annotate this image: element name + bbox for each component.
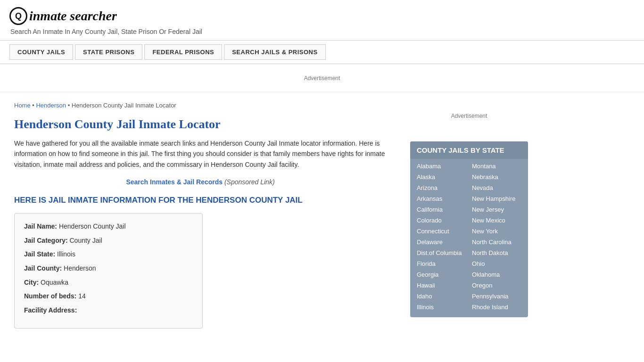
nav-bar: COUNTY JAILS STATE PRISONS FEDERAL PRISO… — [0, 40, 644, 64]
state-link[interactable]: New York — [469, 226, 524, 237]
jail-state-row: Jail State: Illinois — [24, 250, 193, 259]
nav-search-jails[interactable]: SEARCH JAILS & PRISONS — [224, 44, 325, 60]
logo-area: Q inmate searcher — [9, 7, 635, 25]
jail-city-row: City: Oquawka — [24, 278, 193, 288]
state-link[interactable]: New Hampshire — [469, 193, 524, 204]
nav-county-jails[interactable]: COUNTY JAILS — [9, 44, 73, 60]
jail-county-value: Henderson — [64, 264, 96, 272]
jail-state-label: Jail State: — [24, 250, 55, 258]
sidebar-ad-label: Advertisement — [451, 113, 487, 119]
jail-beds-row: Number of beds: 14 — [24, 292, 193, 301]
search-link-area: Search Inmates & Jail Records (Sponsored… — [14, 178, 387, 186]
state-link[interactable]: Alabama — [414, 161, 469, 172]
state-link[interactable]: Hawaii — [414, 280, 469, 291]
state-link[interactable]: Rhode Island — [469, 302, 524, 313]
jail-category-value: County Jail — [69, 237, 102, 244]
state-link[interactable]: Colorado — [414, 215, 469, 226]
header: Q inmate searcher Search An Inmate In An… — [0, 0, 644, 40]
nav-federal-prisons[interactable]: FEDERAL PRISONS — [144, 44, 222, 60]
states-col2: MontanaNebraskaNevadaNew HampshireNew Je… — [469, 161, 524, 313]
jail-address-row: Facility Address: — [24, 306, 193, 315]
state-link[interactable]: Nebraska — [469, 172, 524, 182]
breadcrumb: Home • Henderson • Henderson County Jail… — [14, 102, 387, 109]
search-inmates-link[interactable]: Search Inmates & Jail Records — [126, 178, 223, 186]
sidebar-ad: Advertisement — [410, 97, 528, 135]
state-link[interactable]: New Mexico — [469, 215, 524, 226]
state-link[interactable]: Arizona — [414, 182, 469, 193]
state-link[interactable]: Connecticut — [414, 226, 469, 237]
ad-label: Advertisement — [304, 75, 340, 82]
jail-info-heading: HERE IS JAIL INMATE INFORMATION FOR THE … — [14, 195, 387, 206]
state-link[interactable]: Idaho — [414, 291, 469, 302]
state-link[interactable]: Pennsylvania — [469, 291, 524, 302]
nav-state-prisons[interactable]: STATE PRISONS — [75, 44, 142, 60]
state-link[interactable]: Ohio — [469, 258, 524, 269]
jail-name-label: Jail Name: — [24, 222, 57, 230]
content-area: Home • Henderson • Henderson County Jail… — [0, 92, 401, 338]
jail-name-row: Jail Name: Henderson County Jail — [24, 222, 193, 231]
jail-address-label: Facility Address: — [24, 306, 77, 314]
jail-beds-label: Number of beds: — [24, 292, 76, 300]
state-link[interactable]: Georgia — [414, 269, 469, 280]
jail-county-row: Jail County: Henderson — [24, 264, 193, 273]
state-link[interactable]: Oklahoma — [469, 269, 524, 280]
county-jails-title: COUNTY JAILS BY STATE — [410, 141, 528, 159]
jail-name-value: Henderson County Jail — [59, 222, 126, 230]
state-link[interactable]: California — [414, 204, 469, 215]
state-link[interactable]: Illinois — [414, 302, 469, 313]
state-link[interactable]: Montana — [469, 161, 524, 172]
state-link[interactable]: Alaska — [414, 172, 469, 182]
jail-info-box: Jail Name: Henderson County Jail Jail Ca… — [14, 213, 203, 329]
jail-county-label: Jail County: — [24, 264, 62, 272]
jail-city-value: Oquawka — [41, 279, 68, 286]
county-jails-box: COUNTY JAILS BY STATE AlabamaAlaskaArizo… — [410, 141, 528, 317]
state-link[interactable]: Arkansas — [414, 193, 469, 204]
states-col1: AlabamaAlaskaArizonaArkansasCaliforniaCo… — [414, 161, 469, 313]
jail-category-row: Jail Category: County Jail — [24, 236, 193, 246]
state-link[interactable]: Oregon — [469, 280, 524, 291]
state-link[interactable]: Florida — [414, 258, 469, 269]
page-title: Henderson County Jail Inmate Locator — [14, 117, 387, 132]
jail-beds-value: 14 — [78, 292, 86, 300]
jail-state-value: Illinois — [57, 250, 75, 258]
logo-text: inmate searcher — [29, 8, 117, 24]
state-link[interactable]: North Dakota — [469, 247, 524, 258]
state-link[interactable]: New Jersey — [469, 204, 524, 215]
jail-category-label: Jail Category: — [24, 237, 68, 244]
county-jails-grid: AlabamaAlaskaArizonaArkansasCaliforniaCo… — [410, 159, 528, 317]
state-link[interactable]: Nevada — [469, 182, 524, 193]
jail-city-label: City: — [24, 279, 39, 286]
sponsored-label: (Sponsored Link) — [224, 178, 275, 186]
main-layout: Home • Henderson • Henderson County Jail… — [0, 92, 644, 338]
state-link[interactable]: Dist.of Columbia — [414, 247, 469, 258]
description: We have gathered for you all the availab… — [14, 138, 387, 170]
sidebar: Advertisement COUNTY JAILS BY STATE Alab… — [401, 92, 537, 338]
tagline: Search An Inmate In Any County Jail, Sta… — [9, 28, 635, 35]
breadcrumb-henderson[interactable]: Henderson — [36, 102, 66, 109]
state-link[interactable]: Delaware — [414, 237, 469, 247]
breadcrumb-current: Henderson County Jail Inmate Locator — [72, 102, 176, 109]
state-link[interactable]: North Carolina — [469, 237, 524, 247]
logo-icon: Q — [9, 7, 27, 25]
ad-banner: Advertisement — [0, 64, 644, 92]
breadcrumb-home[interactable]: Home — [14, 102, 31, 109]
